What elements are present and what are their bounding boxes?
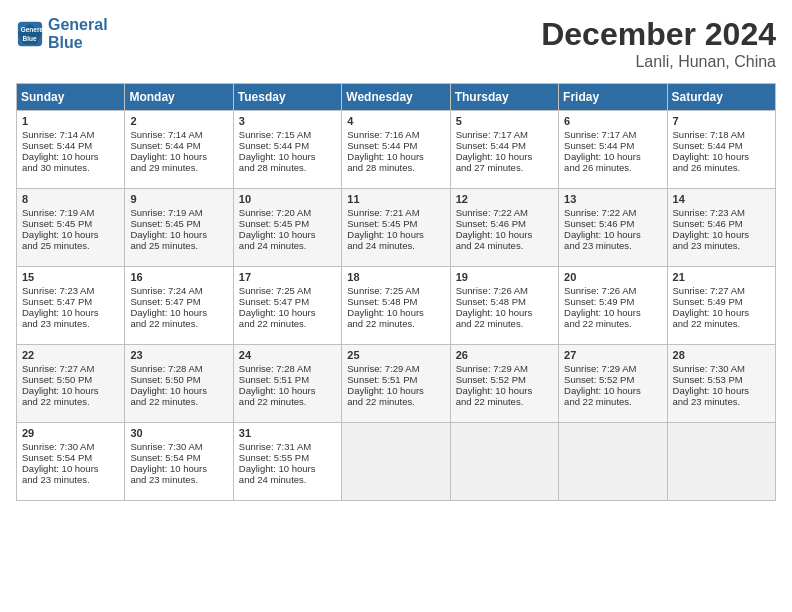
day-number: 2	[130, 115, 227, 127]
calendar-cell: 25Sunrise: 7:29 AMSunset: 5:51 PMDayligh…	[342, 345, 450, 423]
day-info-line: Sunset: 5:44 PM	[22, 140, 119, 151]
calendar-cell: 3Sunrise: 7:15 AMSunset: 5:44 PMDaylight…	[233, 111, 341, 189]
day-info-line: Daylight: 10 hours	[239, 307, 336, 318]
day-info-line: Sunset: 5:44 PM	[673, 140, 770, 151]
day-number: 20	[564, 271, 661, 283]
day-info-line: Daylight: 10 hours	[456, 229, 553, 240]
day-info-line: Sunrise: 7:30 AM	[22, 441, 119, 452]
day-info-line: and 24 minutes.	[347, 240, 444, 251]
day-info-line: Daylight: 10 hours	[347, 385, 444, 396]
calendar-table: SundayMondayTuesdayWednesdayThursdayFrid…	[16, 83, 776, 501]
day-info-line: Sunrise: 7:19 AM	[22, 207, 119, 218]
day-info-line: and 23 minutes.	[673, 240, 770, 251]
calendar-cell: 12Sunrise: 7:22 AMSunset: 5:46 PMDayligh…	[450, 189, 558, 267]
calendar-cell: 2Sunrise: 7:14 AMSunset: 5:44 PMDaylight…	[125, 111, 233, 189]
calendar-cell: 8Sunrise: 7:19 AMSunset: 5:45 PMDaylight…	[17, 189, 125, 267]
location: Lanli, Hunan, China	[541, 53, 776, 71]
day-number: 21	[673, 271, 770, 283]
calendar-cell: 6Sunrise: 7:17 AMSunset: 5:44 PMDaylight…	[559, 111, 667, 189]
day-info-line: Sunset: 5:51 PM	[239, 374, 336, 385]
day-info-line: Sunset: 5:46 PM	[456, 218, 553, 229]
day-info-line: Daylight: 10 hours	[456, 307, 553, 318]
day-info-line: and 22 minutes.	[239, 396, 336, 407]
day-info-line: Sunset: 5:44 PM	[564, 140, 661, 151]
day-info-line: and 22 minutes.	[239, 318, 336, 329]
calendar-week-row: 8Sunrise: 7:19 AMSunset: 5:45 PMDaylight…	[17, 189, 776, 267]
calendar-cell: 11Sunrise: 7:21 AMSunset: 5:45 PMDayligh…	[342, 189, 450, 267]
day-info-line: Sunrise: 7:22 AM	[564, 207, 661, 218]
day-info-line: Daylight: 10 hours	[456, 151, 553, 162]
weekday-header: Monday	[125, 84, 233, 111]
day-number: 29	[22, 427, 119, 439]
day-info-line: and 22 minutes.	[347, 396, 444, 407]
day-info-line: Sunrise: 7:29 AM	[456, 363, 553, 374]
calendar-body: 1Sunrise: 7:14 AMSunset: 5:44 PMDaylight…	[17, 111, 776, 501]
day-info-line: and 22 minutes.	[673, 318, 770, 329]
day-info-line: and 23 minutes.	[22, 318, 119, 329]
day-info-line: Sunrise: 7:24 AM	[130, 285, 227, 296]
day-info-line: Sunrise: 7:17 AM	[564, 129, 661, 140]
day-number: 24	[239, 349, 336, 361]
calendar-week-row: 15Sunrise: 7:23 AMSunset: 5:47 PMDayligh…	[17, 267, 776, 345]
day-info-line: and 22 minutes.	[130, 396, 227, 407]
day-info-line: Daylight: 10 hours	[564, 229, 661, 240]
day-info-line: Daylight: 10 hours	[673, 229, 770, 240]
day-info-line: Sunset: 5:52 PM	[456, 374, 553, 385]
logo-line2: Blue	[48, 34, 108, 52]
day-info-line: Sunset: 5:45 PM	[22, 218, 119, 229]
day-number: 16	[130, 271, 227, 283]
calendar-cell: 21Sunrise: 7:27 AMSunset: 5:49 PMDayligh…	[667, 267, 775, 345]
day-info-line: Sunrise: 7:14 AM	[130, 129, 227, 140]
day-info-line: Sunrise: 7:28 AM	[239, 363, 336, 374]
day-info-line: Sunrise: 7:26 AM	[456, 285, 553, 296]
day-info-line: Sunrise: 7:16 AM	[347, 129, 444, 140]
day-info-line: Sunset: 5:50 PM	[22, 374, 119, 385]
day-info-line: Sunset: 5:48 PM	[347, 296, 444, 307]
page-header: General Blue General Blue December 2024 …	[16, 16, 776, 71]
calendar-cell: 10Sunrise: 7:20 AMSunset: 5:45 PMDayligh…	[233, 189, 341, 267]
day-info-line: Sunrise: 7:31 AM	[239, 441, 336, 452]
day-info-line: Daylight: 10 hours	[22, 307, 119, 318]
day-info-line: Sunset: 5:51 PM	[347, 374, 444, 385]
svg-text:Blue: Blue	[23, 34, 37, 41]
day-info-line: and 28 minutes.	[347, 162, 444, 173]
calendar-cell	[667, 423, 775, 501]
day-info-line: Sunset: 5:46 PM	[673, 218, 770, 229]
calendar-cell: 30Sunrise: 7:30 AMSunset: 5:54 PMDayligh…	[125, 423, 233, 501]
day-info-line: and 27 minutes.	[456, 162, 553, 173]
calendar-cell: 4Sunrise: 7:16 AMSunset: 5:44 PMDaylight…	[342, 111, 450, 189]
day-number: 3	[239, 115, 336, 127]
day-number: 9	[130, 193, 227, 205]
day-info-line: Sunset: 5:45 PM	[130, 218, 227, 229]
day-info-line: Sunset: 5:54 PM	[130, 452, 227, 463]
day-number: 11	[347, 193, 444, 205]
day-info-line: Sunrise: 7:22 AM	[456, 207, 553, 218]
day-info-line: Sunset: 5:44 PM	[130, 140, 227, 151]
day-info-line: and 23 minutes.	[130, 474, 227, 485]
day-info-line: Daylight: 10 hours	[673, 307, 770, 318]
day-info-line: Daylight: 10 hours	[239, 229, 336, 240]
weekday-header: Thursday	[450, 84, 558, 111]
day-info-line: and 23 minutes.	[22, 474, 119, 485]
weekday-header: Friday	[559, 84, 667, 111]
day-info-line: Sunset: 5:49 PM	[673, 296, 770, 307]
day-info-line: and 26 minutes.	[564, 162, 661, 173]
day-info-line: Sunrise: 7:18 AM	[673, 129, 770, 140]
calendar-cell	[450, 423, 558, 501]
day-info-line: Daylight: 10 hours	[130, 307, 227, 318]
calendar-week-row: 1Sunrise: 7:14 AMSunset: 5:44 PMDaylight…	[17, 111, 776, 189]
day-info-line: Daylight: 10 hours	[673, 151, 770, 162]
day-info-line: Sunrise: 7:29 AM	[564, 363, 661, 374]
day-info-line: Sunrise: 7:28 AM	[130, 363, 227, 374]
calendar-cell: 23Sunrise: 7:28 AMSunset: 5:50 PMDayligh…	[125, 345, 233, 423]
day-info-line: Sunrise: 7:29 AM	[347, 363, 444, 374]
weekday-header: Saturday	[667, 84, 775, 111]
day-info-line: Daylight: 10 hours	[130, 229, 227, 240]
calendar-cell: 28Sunrise: 7:30 AMSunset: 5:53 PMDayligh…	[667, 345, 775, 423]
day-info-line: Daylight: 10 hours	[564, 151, 661, 162]
day-number: 27	[564, 349, 661, 361]
day-info-line: Sunrise: 7:23 AM	[22, 285, 119, 296]
day-number: 30	[130, 427, 227, 439]
day-info-line: Sunrise: 7:27 AM	[22, 363, 119, 374]
day-info-line: Sunrise: 7:23 AM	[673, 207, 770, 218]
